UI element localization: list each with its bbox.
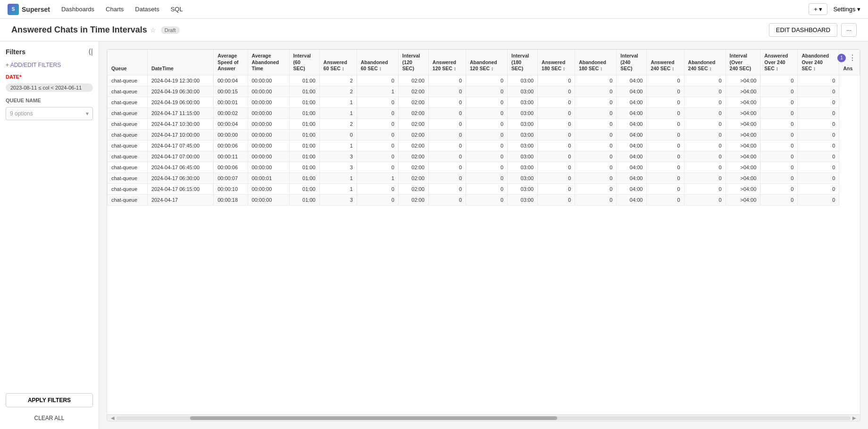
table-cell: 00:00:01 <box>248 173 289 183</box>
table-cell: 03:00 <box>508 140 538 151</box>
more-options-button[interactable]: ··· <box>841 23 857 37</box>
col-avg-abandoned[interactable]: AverageAbandonedTime <box>248 50 289 75</box>
table-cell: 0 <box>575 118 617 129</box>
top-navigation: S Superset Dashboards Charts Datasets SQ… <box>0 0 868 19</box>
clear-all-button[interactable]: CLEAR ALL <box>6 413 93 423</box>
table-cell: 2024-04-17 07:45:00 <box>147 140 213 151</box>
settings-button[interactable]: Settings ▾ <box>833 6 860 13</box>
col-answered-240[interactable]: Answered240 SEC ↕ <box>647 50 684 75</box>
col-answered-over-240[interactable]: AnsweredOver 240SEC ↕ <box>760 50 798 75</box>
app-logo[interactable]: S Superset <box>8 4 50 15</box>
table-cell: 02:00 <box>398 173 428 183</box>
page-header: Answered Chats in Time Intervals ☆ Draft… <box>0 19 868 41</box>
date-filter-section: DATE* 2023-08-11 ≤ col < 2024-06-11 <box>6 74 93 92</box>
table-cell: 03:00 <box>508 173 538 183</box>
chart-controls: 1 ⋮ <box>837 53 856 62</box>
col-interval-180[interactable]: Interval(180SEC) <box>508 50 538 75</box>
table-cell: 04:00 <box>617 118 647 129</box>
table-cell: 0 <box>319 129 357 140</box>
table-cell: 04:00 <box>617 86 647 97</box>
table-row: chat-queue2024-04-19 06:30:0000:00:1500:… <box>108 86 860 97</box>
chevron-down-icon: ▾ <box>86 110 89 117</box>
table-cell: 1 <box>319 183 357 194</box>
table-cell: 0 <box>575 183 617 194</box>
col-interval-240[interactable]: Interval(240SEC) <box>617 50 647 75</box>
table-cell: 03:00 <box>508 129 538 140</box>
table-cell: 0 <box>357 162 398 173</box>
table-cell: 0 <box>647 151 684 162</box>
col-answered-60[interactable]: Answered60 SEC ↕ <box>319 50 357 75</box>
table-cell: 01:00 <box>289 140 319 151</box>
table-cell: 2024-04-17 07:00:00 <box>147 151 213 162</box>
table-cell: 0 <box>798 86 839 97</box>
table-cell: 0 <box>798 107 839 118</box>
col-datetime[interactable]: DateTime <box>147 50 213 75</box>
col-answered-120[interactable]: Answered120 SEC ↕ <box>428 50 466 75</box>
table-cell: 00:00:00 <box>248 183 289 194</box>
table-header-row: Queue DateTime AverageSpeed ofAnswer Ave… <box>108 50 860 75</box>
add-button[interactable]: + ▾ <box>809 3 827 15</box>
table-cell: chat-queue <box>108 151 148 162</box>
table-cell: 01:00 <box>289 107 319 118</box>
table-cell: 01:00 <box>289 162 319 173</box>
col-interval-over-240[interactable]: Interval(Over240 SEC) <box>726 50 760 75</box>
edit-dashboard-button[interactable]: EDIT DASHBOARD <box>769 23 837 37</box>
table-cell: 0 <box>357 194 398 205</box>
table-cell: chat-queue <box>108 140 148 151</box>
table-cell: 1 <box>319 140 357 151</box>
col-answered-180[interactable]: Answered180 SEC ↕ <box>538 50 575 75</box>
data-table-wrapper[interactable]: Queue DateTime AverageSpeed ofAnswer Ave… <box>107 50 860 414</box>
table-cell: 00:00:00 <box>248 97 289 107</box>
favorite-icon[interactable]: ☆ <box>150 26 156 34</box>
col-abandoned-240[interactable]: Abandoned240 SEC ↕ <box>684 50 726 75</box>
table-cell: 00:00:01 <box>214 97 248 107</box>
table-cell: 0 <box>538 162 575 173</box>
nav-datasets[interactable]: Datasets <box>135 4 159 15</box>
table-cell: 0 <box>428 75 466 86</box>
table-cell: 2024-04-17 06:45:00 <box>147 162 213 173</box>
table-cell: 0 <box>760 75 798 86</box>
col-abandoned-120[interactable]: Abandoned120 SEC ↕ <box>466 50 508 75</box>
col-interval-60[interactable]: Interval(60SEC) <box>289 50 319 75</box>
table-cell: 00:00:15 <box>214 86 248 97</box>
table-cell: 00:00:00 <box>248 162 289 173</box>
table-cell: 0 <box>538 86 575 97</box>
table-cell: 0 <box>798 183 839 194</box>
sidebar-collapse-button[interactable]: ⟨| <box>88 47 93 56</box>
scrollbar-thumb[interactable] <box>190 416 557 420</box>
scroll-right-arrow[interactable]: ▶ <box>851 415 858 421</box>
table-cell: 02:00 <box>398 183 428 194</box>
table-row: chat-queue2024-04-1700:00:1800:00:0001:0… <box>108 194 860 205</box>
queue-filter-select[interactable]: 9 options ▾ <box>6 107 93 120</box>
table-cell: 0 <box>357 75 398 86</box>
table-cell: 0 <box>684 183 726 194</box>
table-cell: 03:00 <box>508 162 538 173</box>
date-filter-value[interactable]: 2023-08-11 ≤ col < 2024-06-11 <box>6 83 93 92</box>
status-badge: Draft <box>161 26 180 34</box>
nav-dashboards[interactable]: Dashboards <box>61 4 94 15</box>
horizontal-scrollbar[interactable]: ◀ ▶ <box>107 414 860 421</box>
chart-more-button[interactable]: ⋮ <box>849 53 856 62</box>
nav-sql[interactable]: SQL <box>171 4 183 15</box>
col-abandoned-60[interactable]: Abandoned60 SEC ↕ <box>357 50 398 75</box>
table-cell: 0 <box>575 194 617 205</box>
table-cell: 00:00:06 <box>214 162 248 173</box>
col-interval-120[interactable]: Interval(120SEC) <box>398 50 428 75</box>
scrollbar-track[interactable] <box>117 416 851 420</box>
apply-filters-button[interactable]: APPLY FILTERS <box>6 393 93 407</box>
table-cell: 03:00 <box>508 118 538 129</box>
table-cell: 03:00 <box>508 194 538 205</box>
nav-charts[interactable]: Charts <box>106 4 124 15</box>
table-cell: 1 <box>357 86 398 97</box>
table-cell: >04:00 <box>726 97 760 107</box>
col-queue[interactable]: Queue <box>108 50 148 75</box>
table-cell: 0 <box>760 194 798 205</box>
table-cell: 02:00 <box>398 129 428 140</box>
scroll-left-arrow[interactable]: ◀ <box>109 415 117 421</box>
col-abandoned-180[interactable]: Abandoned180 SEC ↕ <box>575 50 617 75</box>
table-cell: >04:00 <box>726 173 760 183</box>
col-abandoned-over-240[interactable]: AbandonedOver 240SEC ↕ <box>798 50 839 75</box>
col-avg-speed[interactable]: AverageSpeed ofAnswer <box>214 50 248 75</box>
table-cell: 0 <box>575 86 617 97</box>
add-edit-filters-button[interactable]: + ADD/EDIT FILTERS <box>6 62 93 68</box>
